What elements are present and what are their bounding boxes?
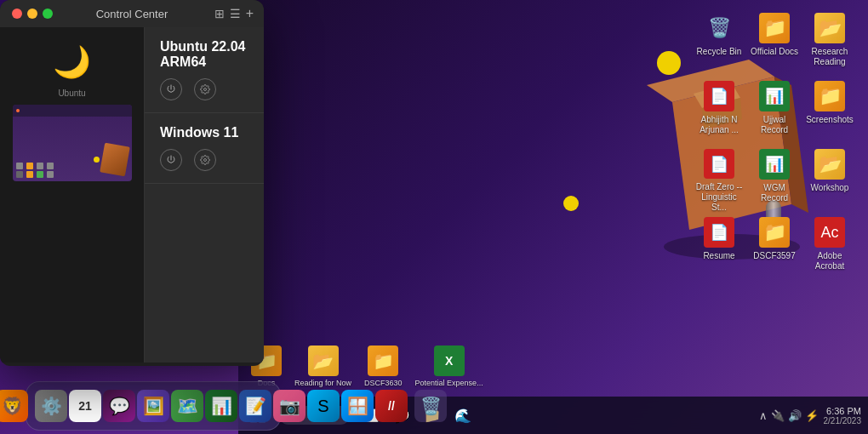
- tray-network-icon[interactable]: 🔌: [771, 409, 785, 422]
- acrobat-icon: Ac: [814, 217, 845, 248]
- word-icon: 📝: [245, 396, 266, 416]
- vm-ubuntu-settings-button[interactable]: [194, 78, 216, 100]
- ubuntu-icon: [26, 163, 33, 169]
- dock-trash[interactable]: 🗑️: [414, 390, 447, 422]
- dock-maps[interactable]: 🗺️: [171, 390, 203, 422]
- dock-skype[interactable]: S: [307, 390, 340, 422]
- desktop-icon-wgm[interactable]: 📊 WGM Record: [749, 149, 800, 213]
- gear-icon: [200, 84, 210, 94]
- folder-icon: 📂: [814, 149, 845, 180]
- windows-icon: 🪟: [347, 396, 368, 416]
- sleep-icon: 🌙: [53, 44, 91, 80]
- desktop-icon-dscf3597[interactable]: 📁 DSCF3597: [749, 217, 800, 281]
- ubuntu-icon: [37, 171, 43, 178]
- windows-desktop: 🗑️ Recycle Bin 📁 Official Docs 📂 Researc…: [238, 0, 868, 434]
- pdf-icon: 📄: [704, 81, 734, 111]
- icon-label: Official Docs: [751, 47, 798, 57]
- pdf-icon: 📄: [704, 149, 734, 179]
- preview-icon: 🖼️: [143, 396, 164, 416]
- dock-photos2[interactable]: 📷: [273, 390, 306, 422]
- ubuntu-taskbar-dot: [16, 109, 20, 112]
- dock-excel[interactable]: 📊: [205, 390, 237, 422]
- windows-system-tray: ∧ 🔌 🔊 ⚡ 6:36 PM 2/21/2023: [759, 406, 862, 425]
- tray-up-arrow[interactable]: ∧: [759, 409, 768, 422]
- folder-icon: 📁: [368, 345, 398, 376]
- control-center-window: Control Center ⊞ ☰ + 🌙 Ubuntu: [0, 0, 264, 366]
- windows-clock[interactable]: 6:36 PM 2/21/2023: [824, 406, 862, 425]
- maximize-button[interactable]: [43, 9, 53, 19]
- ubuntu-yellow-dot: [94, 157, 100, 163]
- dock-calendar[interactable]: 21: [69, 390, 101, 422]
- excel-icon: X: [434, 345, 465, 376]
- titlebar-icons: ⊞ ☰ +: [214, 6, 254, 21]
- ubuntu-taskbar-preview: [13, 105, 132, 117]
- desktop-icon-potential-expense[interactable]: X Potential Expense...: [415, 345, 483, 387]
- tray-icons: ∧ 🔌 🔊 ⚡: [759, 409, 819, 422]
- icon-label: Resume: [703, 251, 734, 261]
- desktop-icon-dscf3630[interactable]: 📁 DSCF3630: [364, 345, 403, 387]
- desktop-icon-ujjwal[interactable]: 📊 Ujjwal Record: [749, 81, 800, 145]
- desktop-icon-abhijith[interactable]: 📄 Abhijith N Arjunan ...: [694, 81, 745, 145]
- ubuntu-icon: [47, 171, 54, 178]
- close-button[interactable]: [12, 9, 22, 19]
- icon-label: Adobe Acrobat: [804, 251, 855, 271]
- excel-icon: 📊: [759, 149, 790, 180]
- window-title: Control Center: [96, 8, 168, 20]
- icon-label: WGM Record: [749, 183, 800, 203]
- folder-yellow-icon: 📂: [308, 345, 339, 376]
- desktop-icon-screenshots[interactable]: 📁 Screenshots: [804, 81, 855, 145]
- excel-icon: 📊: [211, 396, 232, 416]
- trash-icon: 🗑️: [420, 396, 442, 416]
- vm-windows-settings-button[interactable]: [194, 149, 216, 171]
- dock-system-prefs[interactable]: ⚙️: [35, 390, 67, 422]
- minimize-button[interactable]: [27, 9, 37, 19]
- power-icon: [166, 155, 176, 165]
- ubuntu-icon: [26, 171, 33, 178]
- calendar-icon: 21: [78, 399, 92, 413]
- dock-windows[interactable]: 🪟: [341, 390, 374, 422]
- bottom-desktop-icons-row: 📁 Docs 📂 Reading for Now 📁 DSCF3630 X Po…: [243, 345, 492, 387]
- slack-icon: 💬: [109, 396, 130, 416]
- ubuntu-preview: [13, 105, 132, 181]
- yellow-dot-small: [563, 196, 579, 211]
- desktop-icon-reading-now[interactable]: 📂 Reading for Now: [294, 345, 351, 387]
- desktop-icon-research[interactable]: 📂 Research Reading: [804, 13, 855, 77]
- desktop-icon-workshop[interactable]: 📂 Workshop: [804, 149, 855, 213]
- svg-point-7: [204, 89, 207, 91]
- taskbar-edge-icon[interactable]: 🌊: [450, 403, 476, 428]
- ubuntu-preview-inner: [13, 105, 132, 181]
- vm-ubuntu-controls: [160, 78, 248, 100]
- tray-battery-icon[interactable]: ⚡: [805, 409, 819, 422]
- icon-label: Draft Zero -- Linguistic St...: [694, 182, 745, 213]
- tray-volume-icon[interactable]: 🔊: [788, 409, 802, 422]
- desktop-icon-resume[interactable]: 📄 Resume: [694, 217, 745, 281]
- dock-preview[interactable]: 🖼️: [137, 390, 169, 422]
- desktop-icon-acrobat[interactable]: Ac Adobe Acrobat: [804, 217, 855, 281]
- settings-icon: ⚙️: [41, 396, 62, 416]
- mac-titlebar: Control Center ⊞ ☰ +: [0, 0, 264, 27]
- dock-slack[interactable]: 💬: [103, 390, 135, 422]
- vm-windows-controls: [160, 149, 248, 171]
- vm-ubuntu-name: Ubuntu 22.04 ARM64: [160, 39, 248, 70]
- vm-windows-power-button[interactable]: [160, 149, 182, 171]
- dock-parallels[interactable]: //: [375, 390, 408, 422]
- icon-label: Research Reading: [804, 47, 855, 67]
- icon-label: Recycle Bin: [697, 47, 742, 57]
- macos-dock: 😊 🧭 🌸 🎵 🦁 ⚙️ 21 💬 🖼️ 🗺️ 📊 📝 📷 S 🪟 /: [26, 381, 281, 431]
- ubuntu-icon: [16, 171, 23, 178]
- gear-icon: [200, 155, 210, 165]
- desktop-icon-recycle[interactable]: 🗑️ Recycle Bin: [694, 13, 745, 77]
- vm-windows-entry: Windows 11: [145, 113, 264, 184]
- icon-label: Reading for Now: [294, 379, 351, 387]
- maps-icon: 🗺️: [177, 396, 198, 416]
- dock-word[interactable]: 📝: [239, 390, 271, 422]
- add-icon[interactable]: +: [246, 6, 254, 21]
- mac-window-buttons: [12, 9, 53, 19]
- desktop-icons-grid: 🗑️ Recycle Bin 📁 Official Docs 📂 Researc…: [689, 9, 859, 353]
- grid-view-icon[interactable]: ⊞: [214, 7, 225, 20]
- vm-ubuntu-power-button[interactable]: [160, 78, 182, 100]
- dock-brave[interactable]: 🦁: [0, 390, 28, 422]
- list-view-icon[interactable]: ☰: [230, 7, 241, 20]
- desktop-icon-official-docs[interactable]: 📁 Official Docs: [749, 13, 800, 77]
- desktop-icon-draft[interactable]: 📄 Draft Zero -- Linguistic St...: [694, 149, 745, 213]
